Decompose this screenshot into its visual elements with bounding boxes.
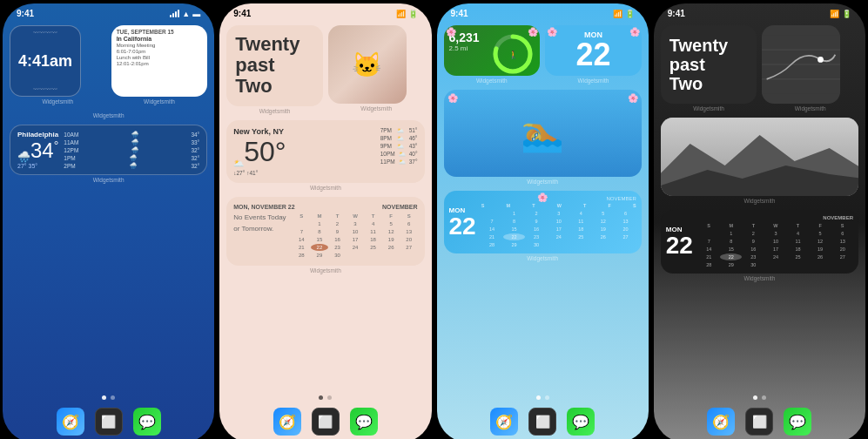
status-bar-3: 9:41 📶 🔋	[437, 3, 649, 20]
safari-icon-2[interactable]: 🧭	[273, 408, 301, 436]
cal-events-2: No Events Today or Tomorrow.	[233, 210, 286, 259]
page-dot-1-inactive	[111, 395, 115, 400]
mon-grid-header-3: SMTWTFS	[481, 203, 636, 208]
svg-text:🚶: 🚶	[508, 50, 519, 60]
datecal-widget-4[interactable]: MON 22 NOVEMBER S M T W T F S	[661, 210, 858, 274]
photo-widget-3[interactable]: 🏊 🌸 🌸	[444, 90, 642, 177]
date-num-3: 22	[575, 39, 610, 71]
landscape-svg	[661, 118, 858, 196]
safari-icon-3[interactable]: 🧭	[490, 408, 518, 436]
cal-location-1: In California	[117, 36, 203, 42]
clock-widget-2[interactable]: Twenty past Two	[226, 25, 323, 106]
battery-icon-2: 🔋	[408, 10, 418, 18]
ws-label-clock-2: Widgetsmith	[226, 108, 323, 115]
weather-widget-1[interactable]: Philadelphia 🌧️ 34° 27° 35° 10AM🌧️34°	[10, 125, 207, 175]
calendar-widget-2[interactable]: MON, NOVEMBER 22 NOVEMBER No Events Toda…	[226, 197, 424, 266]
square-icon-4[interactable]: ⬜	[745, 408, 773, 436]
ch-t: T	[329, 213, 347, 220]
safari-icon-1[interactable]: 🧭	[57, 408, 84, 436]
photo-col-3: 🏊 🌸 🌸 Widgetsmith	[444, 90, 642, 186]
page-dot-3-active	[536, 395, 541, 400]
signal-icon-1	[170, 10, 179, 17]
page-dot-4-active	[753, 395, 757, 400]
page-indicators-1	[3, 392, 214, 404]
row-2-2: New York, NY 🌥️ 50° ↓27° ↑41°	[226, 120, 424, 192]
ws-label-photo-1: Widgetsmith	[10, 112, 207, 119]
status-time-1: 9:41	[17, 9, 34, 18]
blossom-3: 🌸	[547, 27, 557, 37]
page-indicators-4	[654, 392, 865, 404]
calendar-col-2: MON, NOVEMBER 22 NOVEMBER No Events Toda…	[226, 197, 424, 274]
ch-f: F	[382, 213, 400, 220]
calendar-widget-1[interactable]: TUE, SEPTEMBER 15 In California Morning …	[111, 25, 208, 97]
status-icons-1: ▲ ▬	[170, 10, 200, 18]
status-bar-4: 9:41 📶 🔋	[654, 3, 865, 20]
activity-ring: 🚶	[491, 32, 535, 76]
ws-label-moncal-3: Widgetsmith	[444, 255, 642, 262]
cal-body-2: No Events Today or Tomorrow. S M T W T F	[233, 210, 417, 259]
graph-svg	[762, 25, 840, 104]
weather-city-2: New York, NY	[233, 127, 286, 136]
ws-label-weather-2: Widgetsmith	[226, 185, 424, 192]
cat-widget-2[interactable]: 🐱	[328, 25, 407, 104]
no-events-2: No Events Today	[233, 213, 286, 221]
page-dot-2-inactive	[327, 395, 332, 400]
weather-left: Philadelphia 🌧️ 34° 27° 35°	[17, 131, 58, 169]
time-widget-1[interactable]: 〰〰〰〰 4:41am 〰〰〰〰	[10, 25, 81, 97]
ws-label-cal-2: Widgetsmith	[226, 267, 424, 274]
clock-col-4: Twenty past Two Widgetsmith	[661, 25, 757, 112]
steps-widget-3[interactable]: 🌸 🌸 6,231 2.5 mi 🚶	[444, 25, 541, 76]
date-side-4: MON 22	[666, 215, 693, 268]
weather-range-2: ↓27° ↑41°	[233, 170, 286, 176]
mon-grid-cells-3: 1 2 3 4 5 6 7 8 9 10 11 12 13	[481, 210, 636, 248]
date-num-4: 22	[666, 233, 693, 258]
ch-w: W	[347, 213, 364, 220]
messages-icon-3[interactable]: 💬	[567, 408, 595, 436]
page-dot-2-active	[319, 395, 323, 400]
page-indicators-3	[437, 392, 649, 404]
graph-widget-4[interactable]	[762, 25, 840, 104]
status-icons-2: 📶 🔋	[396, 10, 418, 18]
clock-widget-4[interactable]: Twenty past Two	[661, 25, 757, 104]
mon-month-3: NOVEMBER	[481, 196, 636, 201]
weather-temp-2: 50°	[244, 136, 286, 168]
phone-4: 9:41 📶 🔋 Twenty past Two Widgetsmith	[654, 3, 865, 439]
cat-col-2: 🐱 Widgetsmith	[328, 25, 425, 115]
row-3-1: 🌸 🌸 6,231 2.5 mi 🚶 Widgetsmith	[444, 25, 642, 84]
cal-event-3: Lunch with Bill	[117, 55, 203, 60]
ws-label-landscape-4: Widgetsmith	[661, 198, 858, 205]
page-dot-3-inactive	[545, 395, 549, 400]
battery-icon-4: 🔋	[842, 10, 851, 18]
cal-event-2: 6:01-7:01pm	[117, 49, 203, 54]
wifi-icon-4: 📶	[830, 10, 839, 18]
ch-m: M	[311, 213, 328, 220]
weather-icon-1: 🌧️	[17, 151, 30, 163]
date-widget-3[interactable]: 🌸 🌸 MON 22	[545, 25, 642, 76]
row-2-1: Twenty past Two Widgetsmith 🐱 Widgetsmit…	[226, 25, 424, 115]
graph-col-4: Widgetsmith	[762, 25, 858, 112]
dock-4: 🧭 ⬜ 💬	[654, 404, 865, 439]
messages-icon-1[interactable]: 💬	[133, 408, 161, 436]
weather-temp-row: 🌧️ 34°	[17, 138, 58, 163]
dock-3: 🧭 ⬜ 💬	[437, 404, 649, 439]
mon-date-3: MON 22	[449, 196, 476, 248]
landscape-widget-4[interactable]	[661, 118, 858, 196]
blossom-4: 🌸	[629, 27, 640, 37]
ws-label-clock-4: Widgetsmith	[661, 105, 757, 112]
page-indicators-2	[219, 392, 431, 404]
square-icon-2[interactable]: ⬜	[312, 408, 340, 436]
messages-icon-2[interactable]: 💬	[350, 408, 378, 436]
square-icon-3[interactable]: ⬜	[528, 408, 556, 436]
status-time-3: 9:41	[451, 9, 468, 18]
weather-temp-1: 34°	[30, 138, 58, 163]
weather-widget-2[interactable]: New York, NY 🌥️ 50° ↓27° ↑41°	[226, 120, 424, 183]
mon-num-3: 22	[449, 214, 476, 239]
widget-area-2: Twenty past Two Widgetsmith 🐱 Widgetsmit…	[219, 20, 431, 392]
wifi-icon-2: 📶	[396, 10, 406, 18]
moncal-widget-3[interactable]: 🌸 MON 22 NOVEMBER SMTWTFS 1 2	[444, 191, 642, 253]
square-icon-1[interactable]: ⬜	[95, 408, 123, 436]
safari-icon-4[interactable]: 🧭	[707, 408, 735, 436]
clock-text-4: Twenty past Two	[670, 36, 749, 93]
messages-icon-4[interactable]: 💬	[784, 408, 811, 436]
weather-left-2: New York, NY 🌥️ 50° ↓27° ↑41°	[233, 127, 286, 176]
